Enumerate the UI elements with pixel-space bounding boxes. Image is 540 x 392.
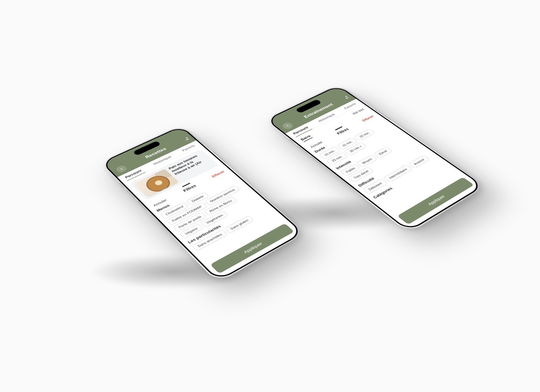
filter-group: Les particularitésSans arachidesSans glu… xyxy=(187,202,271,251)
filter-chip[interactable]: Cholestérol xyxy=(160,202,189,219)
filter-chip[interactable]: Sans arachides xyxy=(191,229,227,251)
filter-group-title: Difficulté xyxy=(357,149,425,187)
filter-chip[interactable]: Avancé xyxy=(408,155,430,168)
filter-chip[interactable]: Sans gluten xyxy=(224,215,254,233)
filter-chip[interactable]: Très élevé xyxy=(348,166,374,182)
filter-chip[interactable]: Végane xyxy=(179,224,203,239)
apply-button[interactable]: Appliquer xyxy=(397,177,474,225)
settings-icon[interactable] xyxy=(343,96,349,99)
phone-entrainement: Entraînement Parcourir Historique Favori… xyxy=(264,84,486,233)
chevron-left-icon xyxy=(284,124,291,128)
back-button[interactable] xyxy=(280,121,295,130)
phone-recettes: Recettes Parcourir Historique Favoris xyxy=(99,125,306,283)
filters-cancel[interactable]: Annuler xyxy=(152,198,167,207)
selected-category[interactable]: Barre xyxy=(299,134,313,142)
chevron-left-icon xyxy=(118,167,125,171)
filter-chip[interactable]: Nutrition sportive xyxy=(204,185,240,206)
filter-group-title: Les particularités xyxy=(187,202,264,244)
view-all-link[interactable]: Voir tout xyxy=(351,108,365,116)
apply-button[interactable]: Appliquer xyxy=(210,223,294,274)
filters-body: Durée10 min.15 min.20 min.25 min.30 min … xyxy=(309,116,463,216)
filter-chip[interactable]: Intermédiaire xyxy=(383,165,412,183)
filter-chip[interactable]: Faible en FODMAP xyxy=(166,202,207,225)
filter-group-title: Catégories xyxy=(372,159,441,199)
filter-chip[interactable]: Faible xyxy=(340,164,360,176)
filter-chip[interactable]: Perte de poids xyxy=(172,212,207,232)
filter-chip[interactable]: Végétarien xyxy=(200,210,228,228)
settings-icon[interactable] xyxy=(184,137,189,140)
filter-group: DifficultéDébutantIntermédiaireAvancé xyxy=(357,149,434,194)
filter-chip[interactable]: Débutant xyxy=(362,178,388,194)
back-button[interactable] xyxy=(114,164,128,174)
filter-chip[interactable]: Riche en fibres xyxy=(203,196,237,216)
filter-chip[interactable]: 25 min. xyxy=(326,152,348,165)
filter-group: Catégories xyxy=(372,159,443,201)
filter-chip[interactable]: Moyen xyxy=(356,155,378,167)
